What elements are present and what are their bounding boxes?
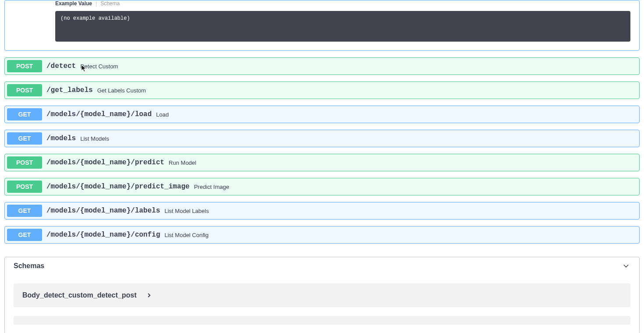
operation-description: Get Labels Custom	[97, 87, 637, 94]
operation-path: /models/{model_name}/config	[42, 231, 164, 239]
method-badge: POST	[7, 156, 42, 169]
operation-summary[interactable]: GET/modelsList Models	[5, 130, 639, 147]
method-badge: POST	[7, 181, 42, 193]
operation-summary[interactable]: POST/get_labelsGet Labels Custom	[5, 82, 639, 99]
operation-block[interactable]: POST/get_labelsGet Labels Custom	[4, 81, 640, 99]
operation-description: List Model Config	[164, 232, 637, 238]
response-tab-header: Example Value | Schema	[55, 0, 630, 7]
method-badge: GET	[7, 108, 42, 120]
tab-schema[interactable]: Schema	[100, 0, 120, 7]
schemas-title: Schemas	[14, 262, 44, 270]
chevron-down-icon	[622, 262, 630, 270]
chevron-right-icon	[146, 292, 153, 299]
method-badge: GET	[7, 205, 42, 217]
method-badge: GET	[7, 132, 42, 145]
tab-divider: |	[96, 0, 97, 7]
operation-summary[interactable]: POST/models/{model_name}/predict_imagePr…	[5, 178, 639, 195]
method-badge: POST	[7, 84, 42, 96]
operation-summary[interactable]: POST/models/{model_name}/predictRun Mode…	[5, 154, 639, 171]
operation-path: /models/{model_name}/labels	[42, 207, 164, 215]
example-code-block: (no example available)	[55, 11, 630, 42]
schemas-section: Schemas Body_detect_custom_detect_post	[4, 257, 640, 333]
expanded-operation-block: Example Value | Schema (no example avail…	[4, 0, 640, 51]
operation-summary[interactable]: GET/models/{model_name}/configList Model…	[5, 227, 639, 243]
operation-path: /detect	[42, 62, 80, 70]
operation-path: /models/{model_name}/load	[42, 110, 156, 118]
tab-example-value[interactable]: Example Value	[55, 0, 92, 7]
operation-block[interactable]: POST/models/{model_name}/predict_imagePr…	[4, 178, 640, 195]
operation-description: List Models	[80, 135, 637, 142]
schema-name: Body_detect_custom_detect_post	[22, 291, 137, 299]
schemas-header[interactable]: Schemas	[5, 257, 639, 275]
method-badge: GET	[7, 229, 42, 241]
operation-description: Run Model	[169, 159, 637, 166]
operation-summary[interactable]: POST/detectDetect Custom	[5, 58, 639, 74]
operation-block[interactable]: POST/models/{model_name}/predictRun Mode…	[4, 154, 640, 171]
operation-block[interactable]: GET/models/{model_name}/labelsList Model…	[4, 202, 640, 220]
operation-summary[interactable]: GET/models/{model_name}/labelsList Model…	[5, 202, 639, 219]
schema-item[interactable]: Body_detect_custom_detect_post	[14, 283, 630, 307]
operation-path: /models/{model_name}/predict_image	[42, 183, 194, 191]
operation-block[interactable]: GET/models/{model_name}/configList Model…	[4, 226, 640, 244]
operation-summary[interactable]: GET/models/{model_name}/loadLoad	[5, 106, 639, 123]
operation-description: List Model Labels	[164, 208, 637, 214]
operation-path: /models/{model_name}/predict	[42, 159, 169, 166]
operation-block[interactable]: POST/detectDetect Custom	[4, 57, 640, 75]
operation-path: /get_labels	[42, 86, 97, 94]
operation-description: Detect Custom	[80, 63, 637, 70]
response-example-area: Example Value | Schema (no example avail…	[5, 0, 639, 42]
method-badge: POST	[7, 60, 42, 72]
example-text: (no example available)	[60, 15, 130, 21]
operations-list: POST/detectDetect CustomPOST/get_labelsG…	[4, 57, 640, 244]
operation-path: /models	[42, 135, 80, 142]
operation-description: Load	[156, 111, 637, 118]
operation-block[interactable]: GET/modelsList Models	[4, 130, 640, 147]
operation-description: Predict Image	[194, 184, 637, 190]
operation-block[interactable]: GET/models/{model_name}/loadLoad	[4, 106, 640, 123]
schema-item-collapsed[interactable]	[14, 316, 630, 325]
